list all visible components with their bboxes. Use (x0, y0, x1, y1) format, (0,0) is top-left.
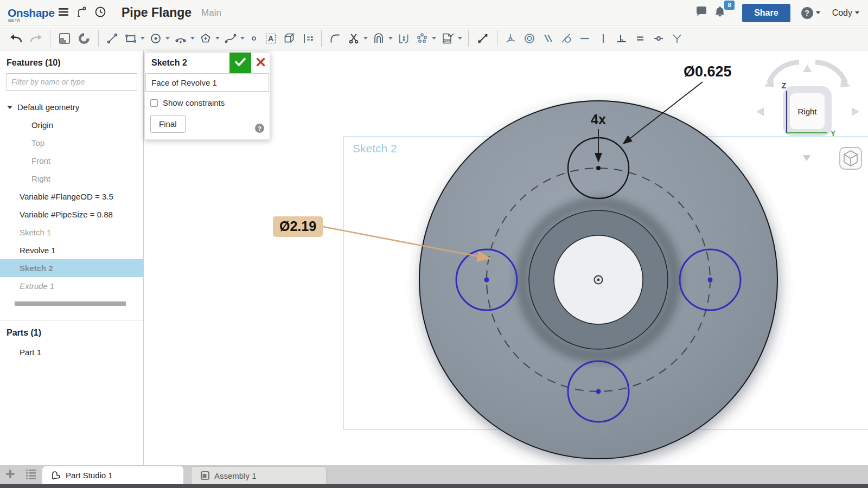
circle-tool-caret[interactable] (165, 37, 170, 40)
document-title[interactable]: Pipe Flange (122, 5, 192, 20)
perpendicular-constraint[interactable] (612, 29, 631, 48)
tree-item-revolve1[interactable]: Revolve 1 (0, 241, 143, 259)
versions-button[interactable] (73, 4, 91, 22)
beta-label: BETA (8, 18, 20, 23)
share-button[interactable]: Share (742, 4, 790, 22)
coincident-constraint[interactable] (502, 29, 520, 48)
slot-tool[interactable] (280, 29, 298, 48)
tree-item-sketch2-selected[interactable]: Sketch 2 (0, 259, 143, 277)
tree-item-sketch1[interactable]: Sketch 1 (0, 223, 143, 241)
pierce-constraint[interactable] (668, 29, 686, 48)
show-constraints-checkbox[interactable] (150, 99, 158, 107)
dimension-tool[interactable] (298, 29, 317, 48)
transform-tool[interactable] (473, 29, 493, 48)
chevron-down-icon[interactable] (7, 106, 12, 109)
cancel-sketch-button[interactable] (251, 53, 270, 73)
spline-tool-caret[interactable] (240, 37, 245, 40)
arc-tool[interactable] (171, 29, 190, 48)
circle-tool[interactable] (146, 29, 165, 48)
documents-menu-button[interactable] (54, 4, 73, 22)
tree-item-right-plane[interactable]: Right (0, 170, 143, 188)
redo-button[interactable] (26, 29, 46, 48)
offset-tool-caret[interactable] (388, 37, 393, 40)
notification-badge: 8 (724, 1, 735, 10)
parts-item-part1[interactable]: Part 1 (0, 343, 143, 361)
branch-icon (76, 6, 88, 20)
spline-tool[interactable] (221, 29, 240, 48)
polygon-tool[interactable] (196, 29, 215, 48)
sketch-plane-label[interactable]: Sketch 2 (353, 142, 397, 155)
rotate-ccw-arrow[interactable] (769, 62, 799, 83)
import-dxf-tool[interactable]: DXF (438, 29, 457, 48)
tab-list-button[interactable] (21, 465, 41, 484)
rectangle-tool[interactable] (122, 29, 140, 48)
arc-tool-caret[interactable] (190, 37, 195, 40)
isometric-view-button[interactable] (840, 147, 861, 169)
rotate-right-arrow[interactable] (852, 107, 859, 116)
point-tool[interactable] (246, 29, 261, 48)
rotate-left-arrow[interactable] (756, 107, 764, 116)
bolt-circle-dimension[interactable]: Ø2.19 (273, 216, 323, 237)
comments-button[interactable] (692, 4, 711, 22)
text-tool[interactable]: A (261, 29, 280, 48)
help-caret-icon[interactable] (816, 11, 820, 14)
polygon-tool-caret[interactable] (215, 37, 220, 40)
hole-count-annotation[interactable]: 4x (591, 112, 606, 127)
user-caret-icon[interactable] (855, 11, 859, 14)
line-tool[interactable] (103, 29, 122, 48)
undo-button[interactable] (7, 29, 26, 48)
midpoint-constraint[interactable] (649, 29, 668, 48)
confirm-sketch-button[interactable] (229, 53, 251, 73)
rectangle-tool-caret[interactable] (141, 37, 145, 40)
tab-part-studio-1[interactable]: Part Studio 1 (42, 466, 183, 484)
pattern-tool-caret[interactable] (432, 37, 436, 40)
rotate-up-arrow[interactable] (803, 65, 812, 72)
equal-constraint[interactable] (631, 29, 649, 48)
user-menu[interactable]: Cody (832, 8, 852, 18)
measure-tool[interactable] (394, 29, 413, 48)
tree-item-default-geometry[interactable]: Default geometry (0, 98, 143, 116)
concentric-constraint[interactable] (520, 29, 539, 48)
pattern-tool[interactable] (413, 29, 431, 48)
onshape-logo[interactable]: Onshape BETA (8, 7, 54, 20)
comment-bubble-icon (695, 5, 708, 21)
origin-marker[interactable] (595, 276, 603, 284)
rotate-cw-arrow[interactable] (815, 62, 846, 83)
sketch-plane-field[interactable]: Face of Revolve 1 (145, 73, 269, 92)
trim-tool-caret[interactable] (363, 37, 368, 40)
window-bottom-strip (0, 484, 868, 488)
app-header: Onshape BETA Pipe Flange Main 8 Share (0, 0, 868, 26)
tree-item-top-plane[interactable]: Top (0, 134, 143, 152)
tree-item-front-plane[interactable]: Front (0, 152, 143, 170)
import-dxf-caret[interactable] (458, 37, 462, 40)
notifications-button[interactable]: 8 (711, 4, 729, 22)
tree-item-extrude1-suppressed[interactable]: Extrude 1 (0, 277, 143, 295)
sketch-button[interactable] (55, 29, 74, 48)
history-button[interactable] (91, 4, 110, 22)
vertical-constraint[interactable] (594, 29, 612, 48)
hole-diameter-dimension[interactable]: Ø0.625 (684, 63, 732, 80)
fillet-tool[interactable] (326, 29, 344, 48)
show-constraints-row[interactable]: Show constraints (150, 98, 270, 107)
feature-filter-input[interactable] (7, 73, 137, 91)
parallel-constraint[interactable] (539, 29, 557, 48)
dialog-help-icon[interactable]: ? (255, 124, 264, 133)
tree-item-variable-pipesize[interactable]: Variable #PipeSize = 0.88 (0, 206, 143, 223)
workspace-name[interactable]: Main (201, 8, 221, 18)
view-face-label: Right (797, 107, 817, 116)
tangent-constraint[interactable] (557, 29, 576, 48)
add-tab-button[interactable] (0, 465, 21, 484)
offset-tool[interactable] (369, 29, 388, 48)
view-menu-caret-icon[interactable] (803, 155, 810, 161)
trim-tool[interactable] (344, 29, 363, 48)
final-button[interactable]: Final (150, 115, 186, 133)
tree-item-origin[interactable]: Origin (0, 116, 143, 134)
revolve-region-button[interactable] (74, 29, 94, 48)
tab-assembly-1[interactable]: Assembly 1 (191, 466, 327, 484)
view-cube[interactable]: Right (756, 62, 859, 161)
rollback-bar[interactable] (15, 301, 126, 306)
help-icon[interactable]: ? (801, 7, 813, 19)
horizontal-constraint[interactable] (576, 29, 594, 48)
assembly-icon (200, 471, 210, 480)
tree-item-variable-flangeod[interactable]: Variable #FlangeOD = 3.5 (0, 188, 143, 206)
